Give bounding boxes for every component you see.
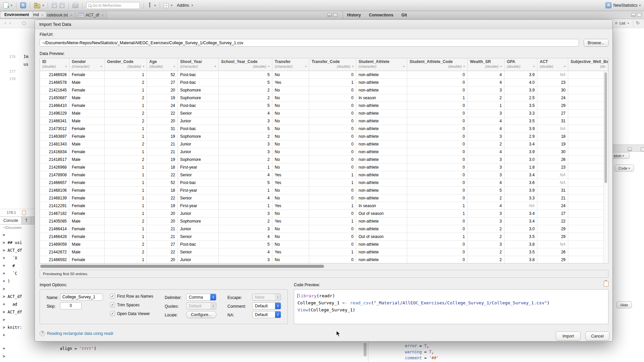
column-header[interactable]: ID(double)▾: [40, 58, 69, 71]
filter-icon[interactable]: ▾: [403, 65, 405, 68]
cancel-button[interactable]: Cancel: [585, 331, 609, 341]
filter-icon[interactable]: ▾: [65, 65, 67, 68]
table-cell: 0: [309, 164, 356, 171]
pane-layout-dropdown-icon[interactable]: ▾: [171, 4, 173, 7]
tab-git[interactable]: Git: [397, 11, 411, 19]
import-button[interactable]: Import: [556, 331, 581, 341]
readr-help-link[interactable]: ? Reading rectangular data using readr: [40, 331, 113, 336]
name-input[interactable]: College_Survey_1: [60, 294, 103, 301]
tab-history[interactable]: History: [343, 11, 365, 19]
table-cell: Male: [69, 94, 105, 102]
print-icon[interactable]: [72, 4, 78, 8]
configure-locale-button[interactable]: Configure...: [186, 311, 216, 318]
column-header[interactable]: Student_Athlete_Code(double)▾: [407, 58, 468, 71]
filter-icon[interactable]: ▾: [564, 65, 566, 68]
column-header[interactable]: Wealth_SR(double)▾: [468, 58, 504, 71]
workspace-tool-icon[interactable]: [148, 3, 152, 8]
filter-icon[interactable]: ▾: [143, 65, 144, 68]
column-header[interactable]: Transfer_Code(double)▾: [309, 58, 356, 71]
pane-layout-icon[interactable]: [164, 3, 169, 8]
console-scrollbar[interactable]: [364, 343, 367, 356]
back-icon[interactable]: ‹: [5, 21, 6, 25]
open-file-dropdown-icon[interactable]: ▾: [43, 4, 44, 7]
column-header[interactable]: Gender(character)▾: [69, 58, 105, 71]
tab-connections[interactable]: Connections: [365, 11, 397, 19]
refresh-icon[interactable]: ↻: [636, 20, 640, 25]
new-file-icon[interactable]: [3, 2, 8, 8]
new-project-icon[interactable]: R: [20, 2, 26, 8]
delimiter-select[interactable]: Comma ▲▼: [186, 294, 216, 301]
table-cell: 1: [105, 102, 147, 109]
code-menu-button[interactable]: Code▾: [614, 165, 634, 172]
column-header[interactable]: ACT(double)▾: [537, 58, 568, 71]
tab-act-df[interactable]: ACT_df ×: [76, 11, 107, 19]
table-cell: No: [272, 110, 309, 117]
tab-terminal-fragment[interactable]: T: [22, 217, 31, 224]
column-header[interactable]: Gender_Code(double)▾: [105, 58, 147, 71]
save-all-icon[interactable]: [59, 3, 65, 8]
first-row-as-names-checkbox[interactable]: ✓ First Row as Names: [110, 294, 153, 299]
vertical-scrollbar[interactable]: [603, 71, 608, 263]
filter-icon[interactable]: ▾: [173, 65, 175, 68]
close-icon[interactable]: ×: [102, 13, 104, 17]
filter-icon[interactable]: ▾: [352, 65, 354, 68]
close-icon[interactable]: ×: [41, 13, 43, 17]
code-preview-box[interactable]: library(readr)College_Survey_1 <- read_c…: [294, 289, 608, 324]
table-cell: 0: [407, 179, 468, 186]
addins-dropdown-icon[interactable]: ▾: [192, 4, 193, 7]
table-cell: 3: [219, 210, 272, 217]
column-header[interactable]: School_Year_Code(double)▾: [219, 58, 272, 71]
minimize-pane-icon[interactable]: [628, 147, 632, 151]
table-cell: No: [272, 140, 309, 148]
filter-icon[interactable]: ▾: [268, 65, 270, 68]
document-outline-icon[interactable]: [22, 210, 26, 215]
filter-icon[interactable]: ▾: [463, 65, 465, 68]
tab-console[interactable]: Console: [0, 217, 22, 224]
copy-code-icon[interactable]: [604, 281, 608, 287]
open-data-viewer-checkbox[interactable]: ✓ Open Data Viewer: [110, 311, 150, 316]
workspace-tool-dropdown-icon[interactable]: ▾: [154, 4, 156, 7]
open-file-icon[interactable]: [34, 4, 40, 8]
hide-button[interactable]: Hide: [616, 301, 632, 308]
forward-icon[interactable]: ›: [9, 21, 11, 25]
horizontal-scrollbar-thumb[interactable]: [40, 265, 324, 268]
popout-icon[interactable]: [22, 21, 26, 25]
column-header[interactable]: Student_Athlete(character)▾: [356, 58, 407, 71]
column-header[interactable]: Subjective_Well_Being(do: [568, 58, 608, 71]
vertical-scrollbar-thumb[interactable]: [604, 72, 607, 183]
filter-icon[interactable]: ▾: [305, 65, 307, 68]
filter-icon[interactable]: ▾: [214, 65, 216, 68]
maximize-pane-icon[interactable]: [333, 13, 337, 17]
filter-icon[interactable]: ▾: [100, 65, 102, 68]
list-dropdown-icon[interactable]: ▾: [628, 22, 629, 25]
minimize-pane-icon[interactable]: [631, 13, 636, 17]
maximize-pane-icon[interactable]: [637, 13, 641, 17]
column-header[interactable]: Shool_Year(character)▾: [178, 58, 219, 71]
comment-select[interactable]: Default ▲▼: [252, 302, 281, 309]
publish-button-fragment[interactable]: blish▾: [613, 153, 630, 159]
trim-spaces-checkbox[interactable]: ✓ Trim Spaces: [110, 302, 140, 307]
minimize-pane-icon[interactable]: [327, 13, 332, 17]
skip-input[interactable]: 0: [60, 302, 82, 309]
goto-file-search[interactable]: Go to file/function: [86, 2, 140, 9]
main-toolbar: ▾ R ▾ Go to file/function ▾ ▾ Addins ▾ R…: [0, 0, 644, 11]
new-file-dropdown-icon[interactable]: ▾: [11, 4, 12, 7]
project-menu[interactable]: R NewStatistics ▾: [605, 2, 641, 8]
tab-environment[interactable]: Environment: [0, 11, 33, 18]
filter-icon[interactable]: ▾: [533, 65, 535, 68]
browse-button[interactable]: Browse...: [584, 39, 608, 47]
column-header[interactable]: GPA(double)▾: [504, 58, 537, 71]
filter-icon[interactable]: ▾: [500, 65, 502, 68]
close-icon[interactable]: ×: [70, 13, 72, 17]
console-line: >: [3, 285, 35, 293]
maximize-pane-icon[interactable]: [641, 147, 644, 151]
column-header[interactable]: Age(double)▾: [147, 58, 178, 71]
save-icon[interactable]: [52, 3, 57, 8]
list-view-label[interactable]: List: [620, 21, 625, 25]
file-url-input[interactable]: ~/Documents/Meine-Repos/NewStatistics/_M…: [40, 39, 579, 47]
na-select[interactable]: Default ▲▼: [252, 311, 281, 318]
addins-menu[interactable]: Addins: [177, 3, 189, 8]
table-cell: 3: [468, 110, 504, 117]
console-prompt[interactable]: >: [3, 353, 7, 360]
column-header[interactable]: Transfer(character)▾: [272, 58, 309, 71]
